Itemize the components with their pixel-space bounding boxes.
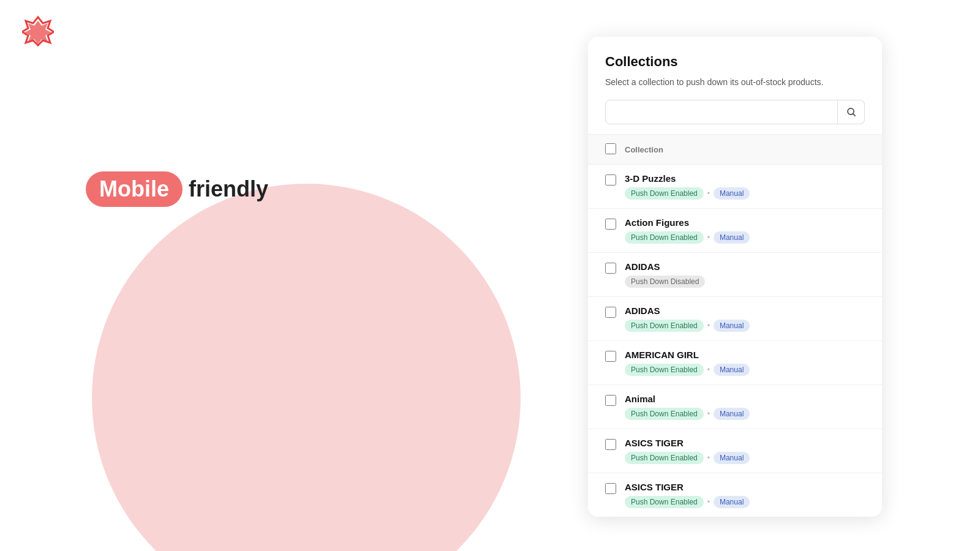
mode-badge: Manual [714, 452, 750, 464]
item-checkbox-wrap[interactable] [605, 307, 616, 320]
item-content: AMERICAN GIRL Push Down Enabled • Manual [625, 350, 750, 376]
item-content: ASICS TIGER Push Down Enabled • Manual [625, 438, 750, 464]
badge-dot: • [707, 189, 710, 198]
status-badge: Push Down Enabled [625, 408, 704, 420]
item-badges: Push Down Enabled • Manual [625, 408, 750, 420]
status-badge: Push Down Enabled [625, 496, 704, 508]
item-badges: Push Down Enabled • Manual [625, 231, 750, 244]
status-badge: Push Down Enabled [625, 320, 704, 332]
list-item: AMERICAN GIRL Push Down Enabled • Manual [588, 341, 882, 385]
svg-marker-1 [24, 21, 51, 44]
status-badge: Push Down Enabled [625, 452, 704, 464]
panel-description: Select a collection to push down its out… [605, 76, 865, 89]
item-checkbox-wrap[interactable] [605, 351, 616, 364]
badge-dot: • [707, 410, 710, 418]
item-content: ADIDAS Push Down Enabled • Manual [625, 305, 750, 332]
select-all-checkbox-wrap[interactable] [605, 143, 616, 157]
search-input[interactable] [605, 100, 838, 124]
item-name: Animal [625, 394, 750, 404]
item-content: Animal Push Down Enabled • Manual [625, 394, 750, 420]
item-name: ASICS TIGER [625, 482, 750, 492]
badge-dot: • [707, 454, 710, 462]
hero-friendly-label: friendly [189, 176, 268, 202]
hero-section: Mobile friendly [86, 171, 268, 207]
select-all-checkbox[interactable] [605, 143, 616, 154]
item-checkbox-wrap[interactable] [605, 439, 616, 452]
mode-badge: Manual [714, 231, 750, 244]
mode-badge: Manual [714, 408, 750, 420]
search-row [605, 100, 865, 124]
list-item: ASICS TIGER Push Down Enabled • Manual [588, 473, 882, 517]
list-item: ADIDAS Push Down Enabled • Manual [588, 297, 882, 341]
status-badge: Push Down Disabled [625, 276, 705, 288]
item-checkbox[interactable] [605, 219, 616, 230]
item-checkbox-wrap[interactable] [605, 174, 616, 188]
bg-decoration [92, 184, 521, 551]
item-content: ASICS TIGER Push Down Enabled • Manual [625, 482, 750, 508]
item-checkbox[interactable] [605, 307, 616, 318]
collections-panel: Collections Select a collection to push … [588, 37, 882, 517]
item-name: Action Figures [625, 217, 750, 228]
item-checkbox[interactable] [605, 395, 616, 406]
item-badges: Push Down Enabled • Manual [625, 364, 750, 376]
item-checkbox[interactable] [605, 263, 616, 274]
item-name: ASICS TIGER [625, 438, 750, 448]
mode-badge: Manual [714, 320, 750, 332]
item-badges: Push Down Enabled • Manual [625, 320, 750, 332]
status-badge: Push Down Enabled [625, 187, 704, 200]
item-checkbox[interactable] [605, 174, 616, 186]
badge-dot: • [707, 498, 710, 506]
item-content: ADIDAS Push Down Disabled [625, 261, 705, 288]
list-item: ADIDAS Push Down Disabled [588, 253, 882, 297]
item-badges: Push Down Enabled • Manual [625, 496, 750, 508]
search-button[interactable] [838, 100, 865, 124]
item-content: Action Figures Push Down Enabled • Manua… [625, 217, 750, 244]
list-item: ASICS TIGER Push Down Enabled • Manual [588, 429, 882, 473]
mode-badge: Manual [714, 364, 750, 376]
item-name: 3-D Puzzles [625, 173, 750, 184]
item-checkbox-wrap[interactable] [605, 483, 616, 497]
list-item: Action Figures Push Down Enabled • Manua… [588, 209, 882, 253]
item-badges: Push Down Enabled • Manual [625, 187, 750, 200]
item-checkbox-wrap[interactable] [605, 263, 616, 276]
item-name: AMERICAN GIRL [625, 350, 750, 360]
search-icon [846, 107, 856, 117]
badge-dot: • [707, 233, 710, 242]
panel-header: Collections Select a collection to push … [588, 37, 882, 134]
hero-mobile-label: Mobile [86, 171, 183, 207]
app-logo [22, 15, 54, 49]
collection-list: 3-D Puzzles Push Down Enabled • Manual A… [588, 165, 882, 517]
badge-dot: • [707, 321, 710, 330]
badge-dot: • [707, 365, 710, 374]
list-item: 3-D Puzzles Push Down Enabled • Manual [588, 165, 882, 209]
panel-title: Collections [605, 54, 865, 70]
item-checkbox-wrap[interactable] [605, 395, 616, 408]
item-checkbox-wrap[interactable] [605, 219, 616, 232]
status-badge: Push Down Enabled [625, 364, 704, 376]
item-name: ADIDAS [625, 305, 750, 316]
mode-badge: Manual [714, 496, 750, 508]
item-checkbox[interactable] [605, 439, 616, 450]
svg-line-3 [853, 114, 855, 116]
item-content: 3-D Puzzles Push Down Enabled • Manual [625, 173, 750, 200]
item-checkbox[interactable] [605, 351, 616, 362]
table-header: Collection [588, 134, 882, 165]
collection-column-header: Collection [625, 145, 663, 154]
item-badges: Push Down Enabled • Manual [625, 452, 750, 464]
item-badges: Push Down Disabled [625, 276, 705, 288]
list-item: Animal Push Down Enabled • Manual [588, 385, 882, 429]
status-badge: Push Down Enabled [625, 231, 704, 244]
item-checkbox[interactable] [605, 483, 616, 494]
item-name: ADIDAS [625, 261, 705, 272]
mode-badge: Manual [714, 187, 750, 200]
